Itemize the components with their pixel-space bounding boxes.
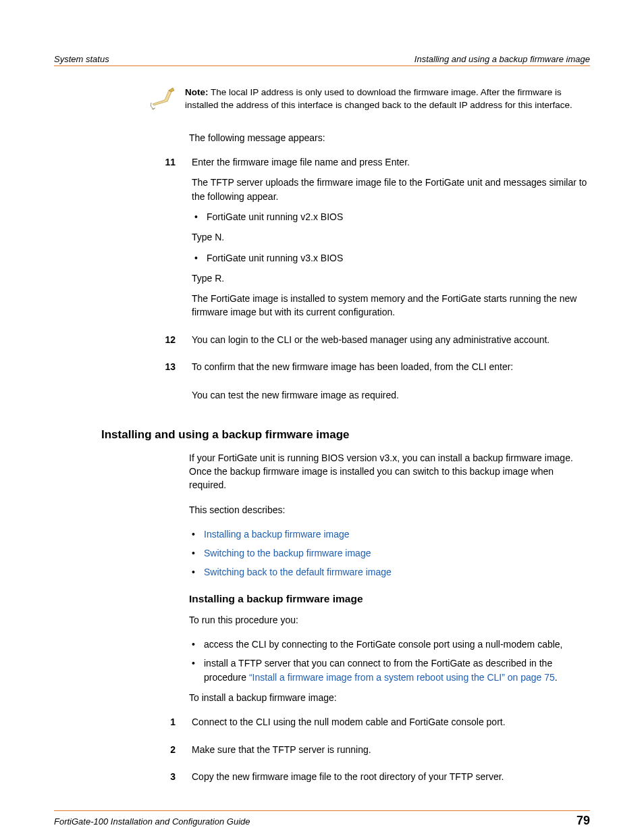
step-number: 13 — [135, 360, 192, 409]
prereq-cli: access the CLI by connecting to the Fort… — [189, 637, 590, 651]
step-b2: 2 Make sure that the TFTP server is runn… — [54, 743, 590, 763]
section-heading-backup: Installing and using a backup firmware i… — [101, 428, 590, 442]
bios-list-1: FortiGate unit running v2.x BIOS — [192, 210, 590, 224]
step-body: Copy the new firmware image file to the … — [192, 770, 590, 790]
sectionA-p2: This section describes: — [189, 503, 590, 517]
prereq-tftp-b: . — [555, 672, 558, 683]
sectionA-body: If your FortiGate unit is running BIOS v… — [189, 451, 590, 705]
step-body: To confirm that the new firmware image h… — [192, 360, 590, 409]
prereq-tftp: install a TFTP server that you can conne… — [189, 656, 590, 684]
type-n: Type N. — [192, 230, 590, 244]
step-body: Connect to the CLI using the null modem … — [192, 715, 590, 735]
list-item: Switching to the backup firmware image — [189, 546, 590, 560]
footer-rule — [54, 810, 590, 811]
note-block: Note: The local IP address is only used … — [149, 86, 590, 112]
step-12: 12 You can login to the CLI or the web-b… — [54, 333, 590, 353]
link-installing[interactable]: Installing a backup firmware image — [204, 529, 350, 540]
running-footer: FortiGate-100 Installation and Configura… — [54, 814, 590, 828]
step13-p2: You can test the new firmware image as r… — [192, 388, 590, 402]
step12-p1: You can login to the CLI or the web-base… — [192, 333, 590, 346]
step11-p3: The FortiGate image is installed to syst… — [192, 292, 590, 319]
page: System status Installing and using a bac… — [0, 0, 644, 834]
running-header: System status Installing and using a bac… — [54, 54, 590, 66]
step11-p2: The TFTP server uploads the firmware ima… — [192, 176, 590, 203]
step-11: 11 Enter the firmware image file name an… — [54, 155, 590, 326]
step-number: 3 — [135, 770, 192, 790]
step-number: 1 — [135, 715, 192, 735]
step-number: 2 — [135, 743, 192, 763]
step-body: Enter the firmware image file name and p… — [192, 155, 590, 326]
link-switching-back[interactable]: Switching back to the default firmware i… — [204, 567, 392, 577]
step-b1: 1 Connect to the CLI using the null mode… — [54, 715, 590, 735]
list-item: Switching back to the default firmware i… — [189, 565, 590, 579]
procedure-prereqs: access the CLI by connecting to the Fort… — [189, 637, 590, 684]
page-number: 79 — [576, 814, 590, 828]
step-b3-text: Copy the new firmware image file to the … — [192, 770, 590, 783]
note-body: The local IP address is only used to dow… — [185, 87, 572, 110]
body-column: The following message appears: — [189, 131, 590, 145]
step11-p1: Enter the firmware image file name and p… — [192, 155, 590, 169]
bios-v3: FortiGate unit running v3.x BIOS — [192, 251, 590, 265]
footer-title: FortiGate-100 Installation and Configura… — [54, 816, 250, 827]
link-switching[interactable]: Switching to the backup firmware image — [204, 548, 371, 558]
link-install-reboot[interactable]: “Install a firmware image from a system … — [249, 672, 555, 683]
step13-p1: To confirm that the new firmware image h… — [192, 360, 590, 373]
header-right: Installing and using a backup firmware i… — [414, 54, 590, 64]
sectionB-p2: To install a backup firmware image: — [189, 691, 590, 704]
intro-para: The following message appears: — [189, 131, 590, 145]
step-b3: 3 Copy the new firmware image file to th… — [54, 770, 590, 790]
step-b1-text: Connect to the CLI using the null modem … — [192, 715, 590, 729]
header-rule — [54, 66, 590, 66]
step-body: You can login to the CLI or the web-base… — [192, 333, 590, 353]
step-13: 13 To confirm that the new firmware imag… — [54, 360, 590, 409]
step-body: Make sure that the TFTP server is runnin… — [192, 743, 590, 763]
section-links: Installing a backup firmware image Switc… — [189, 527, 590, 579]
note-text: Note: The local IP address is only used … — [185, 86, 590, 112]
list-item: Installing a backup firmware image — [189, 527, 590, 541]
step-b2-text: Make sure that the TFTP server is runnin… — [192, 743, 590, 756]
subsection-heading: Installing a backup firmware image — [189, 593, 590, 605]
note-label: Note: — [185, 87, 209, 97]
bios-list-2: FortiGate unit running v3.x BIOS — [192, 251, 590, 265]
header-left: System status — [54, 54, 109, 64]
sectionA-p1: If your FortiGate unit is running BIOS v… — [189, 451, 590, 492]
step-number: 12 — [135, 333, 192, 353]
sectionB-p1: To run this procedure you: — [189, 613, 590, 627]
step-number: 11 — [135, 155, 192, 326]
bios-v2: FortiGate unit running v2.x BIOS — [192, 210, 590, 224]
note-icon — [149, 86, 176, 111]
type-r: Type R. — [192, 271, 590, 285]
